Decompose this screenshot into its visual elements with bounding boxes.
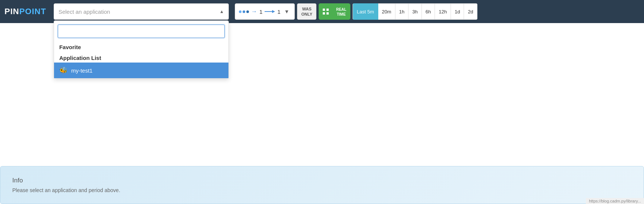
chevron-up-icon: ▲ bbox=[220, 9, 224, 14]
status-url: https://blog.cadm.py/library... bbox=[589, 199, 641, 203]
app-name: my-test1 bbox=[71, 67, 93, 74]
svg-rect-3 bbox=[326, 9, 329, 11]
app-list-item[interactable]: 🐝 my-test1 bbox=[54, 63, 228, 78]
info-message: Please select an application and period … bbox=[12, 187, 632, 193]
logo: PINPOINT bbox=[4, 7, 46, 16]
logo-pin: PIN bbox=[4, 7, 19, 16]
app-selector-text: Select an application bbox=[59, 9, 110, 15]
grid-icon bbox=[323, 9, 329, 15]
time-btn-last-5m[interactable]: Last 5m bbox=[353, 3, 378, 20]
realtime-line2: TIME bbox=[337, 12, 346, 17]
dropdown-search-wrapper bbox=[58, 25, 225, 38]
svg-rect-5 bbox=[326, 12, 329, 15]
was-only-line2: ONLY bbox=[301, 12, 312, 17]
realtime-button[interactable]: REAL TIME bbox=[332, 4, 350, 20]
time-btn-1h[interactable]: 1h bbox=[395, 3, 408, 20]
logo-point: POINT bbox=[19, 7, 46, 16]
time-btn-12h[interactable]: 12h bbox=[435, 3, 451, 20]
svg-marker-1 bbox=[272, 10, 275, 13]
app-search-input[interactable] bbox=[58, 25, 225, 38]
grid-view-button[interactable] bbox=[319, 4, 332, 19]
server-flow-widget: → 1 1 ▼ bbox=[235, 3, 295, 20]
time-btn-1d[interactable]: 1d bbox=[451, 3, 464, 20]
realtime-line1: REAL bbox=[336, 7, 346, 12]
svg-rect-2 bbox=[323, 9, 325, 11]
favorite-section-title: Favorite bbox=[54, 41, 228, 52]
flow-dropdown-button[interactable]: ▼ bbox=[283, 8, 291, 15]
dot-1 bbox=[239, 10, 242, 13]
flow-line-arrow-icon bbox=[265, 9, 275, 14]
flow-to-num: 1 bbox=[277, 9, 280, 15]
toolbar-right: → 1 1 ▼ WAS ONLY bbox=[235, 3, 477, 20]
app-list-section-title: Application List bbox=[54, 52, 228, 63]
app-selector-wrapper: Select an application ▲ Favorite Applica… bbox=[54, 3, 229, 20]
app-dropdown-panel: Favorite Application List 🐝 my-test1 bbox=[54, 20, 229, 79]
navbar: PINPOINT Select an application ▲ Favorit… bbox=[0, 0, 644, 23]
info-title: Info bbox=[12, 177, 632, 184]
dot-2 bbox=[243, 10, 245, 13]
info-box: Info Please select an application and pe… bbox=[0, 166, 644, 204]
app-selector-button[interactable]: Select an application ▲ bbox=[54, 3, 229, 20]
time-btn-2d[interactable]: 2d bbox=[464, 3, 477, 20]
flow-arrow-right-icon: → bbox=[251, 8, 257, 15]
time-period-buttons: Last 5m20m1h3h6h12h1d2d bbox=[353, 3, 477, 20]
svg-rect-4 bbox=[323, 12, 325, 15]
status-bar: https://blog.cadm.py/library... bbox=[586, 198, 644, 204]
time-btn-3h[interactable]: 3h bbox=[408, 3, 422, 20]
server-dots-icon bbox=[239, 10, 249, 13]
app-bee-icon: 🐝 bbox=[59, 66, 67, 74]
was-only-button[interactable]: WAS ONLY bbox=[297, 3, 316, 20]
dot-3 bbox=[246, 10, 249, 13]
was-only-line1: WAS bbox=[302, 6, 312, 12]
flow-from-num: 1 bbox=[259, 9, 262, 15]
time-btn-6h[interactable]: 6h bbox=[422, 3, 435, 20]
time-btn-20m[interactable]: 20m bbox=[378, 3, 395, 20]
